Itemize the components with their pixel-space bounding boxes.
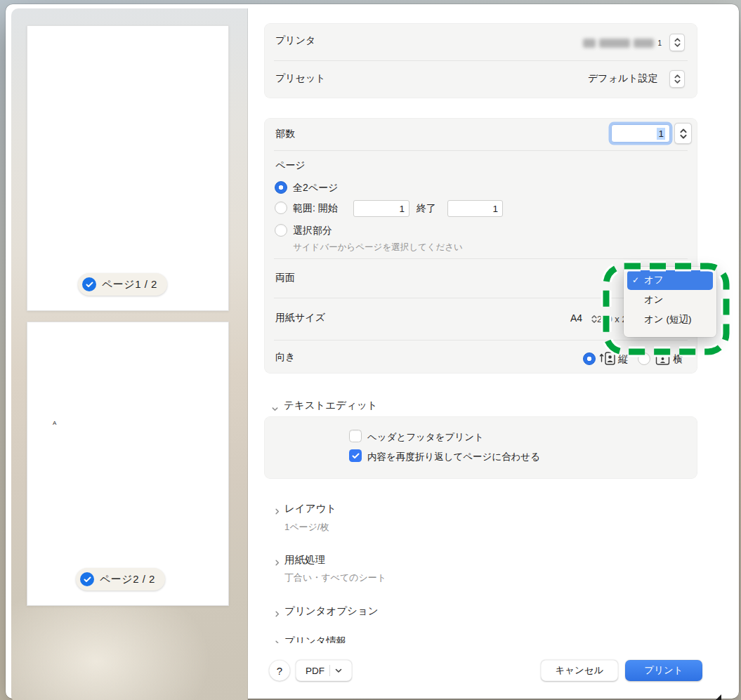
pages-selection-radio[interactable] (275, 224, 287, 237)
chevron-right-icon[interactable] (273, 557, 282, 565)
rewrap-checkbox[interactable] (349, 449, 362, 462)
redacted-segment (634, 39, 655, 48)
checkmark-icon: ✓ (632, 275, 639, 285)
paper-handling-section-title[interactable]: 用紙処理 (284, 553, 325, 567)
page-2-check-icon[interactable] (80, 572, 94, 586)
page-2-badge-label: ページ2 / 2 (100, 573, 155, 586)
pages-range-radio[interactable] (275, 202, 287, 214)
chevron-down-icon[interactable] (271, 403, 280, 411)
textedit-section-title[interactable]: テキストエディット (284, 399, 378, 412)
orientation-label: 向き (275, 351, 295, 364)
print-button[interactable]: プリント (625, 660, 702, 681)
resize-handle[interactable] (713, 694, 721, 700)
landscape-orientation-icon (655, 354, 670, 369)
printer-name-superscript: 1 (657, 39, 662, 47)
copies-input[interactable]: 1 (611, 124, 670, 143)
preview-pane: ページ1 / 2 A ページ2 / 2 (11, 8, 248, 700)
preset-label: プリセット (275, 72, 326, 85)
orientation-portrait-radio[interactable] (583, 352, 596, 365)
range-end-value: 1 (492, 204, 498, 214)
printer-options-section-title[interactable]: プリンタオプション (284, 605, 379, 618)
print-button-label: プリント (644, 664, 683, 677)
cancel-button[interactable]: キャンセル (541, 660, 618, 681)
pages-range-label: 範囲: 開始 (293, 202, 338, 215)
menu-item-on[interactable]: オン (627, 290, 713, 310)
layout-section-title[interactable]: レイアウト (284, 502, 336, 515)
printer-name-redacted[interactable]: 1 (583, 37, 662, 48)
print-dialog: ページ1 / 2 A ページ2 / 2 プリンタ 1 プリセット デフォルト設定… (6, 4, 739, 699)
cancel-button-label: キャンセル (555, 664, 603, 677)
redacted-segment (599, 39, 630, 48)
menu-item-label: オン (短辺) (644, 313, 691, 326)
paper-size-label: 用紙サイズ (275, 312, 325, 324)
menu-item-off[interactable]: ✓ オフ (627, 270, 713, 290)
printer-info-section-title: プリンタ情報 (284, 635, 346, 643)
chevron-down-icon (335, 668, 342, 673)
page-2-document-text: A (53, 420, 56, 426)
menu-item-label: オン (644, 293, 664, 306)
pages-label: ページ (275, 159, 306, 172)
rewrap-checkbox-label: 内容を再度折り返してページに合わせる (367, 451, 540, 463)
separator (274, 60, 688, 61)
pages-all-radio[interactable] (275, 181, 287, 194)
printer-stepper-icon[interactable] (669, 34, 685, 51)
pages-selection-hint: サイドバーからページを選択してください (293, 242, 463, 253)
menu-item-label: オフ (644, 274, 664, 286)
divider (329, 665, 330, 676)
help-button-label: ? (277, 665, 282, 677)
page-1-badge-label: ページ1 / 2 (102, 278, 157, 291)
two-sided-dropdown-menu: ✓ オフ オン オン (短辺) (624, 267, 716, 337)
portrait-orientation-icon (599, 351, 616, 369)
chevron-right-icon[interactable] (273, 608, 282, 616)
layout-section-subtitle: 1ページ/枚 (284, 521, 329, 534)
pdf-button-label: PDF (306, 666, 324, 676)
two-sided-label: 両面 (275, 272, 295, 284)
redacted-segment (583, 39, 596, 48)
orientation-portrait-label: 縦 (618, 353, 628, 366)
header-footer-checkbox[interactable] (349, 430, 362, 442)
copies-label: 部数 (275, 128, 295, 140)
paper-handling-section-subtitle: 丁合い・すべてのシート (284, 572, 386, 584)
pages-all-label: 全2ページ (293, 182, 338, 194)
menu-item-on-short-edge[interactable]: オン (短辺) (627, 310, 713, 329)
copies-value: 1 (657, 128, 665, 140)
range-start-input[interactable]: 1 (353, 200, 409, 217)
preset-stepper-icon[interactable] (669, 70, 685, 88)
textedit-options-card (264, 416, 697, 479)
separator (274, 150, 688, 151)
orientation-landscape-label: 横 (673, 353, 683, 366)
page-1-check-icon[interactable] (82, 277, 96, 291)
help-button[interactable]: ? (269, 660, 290, 681)
pages-range-end-label: 終了 (417, 202, 436, 215)
header-footer-checkbox-label: ヘッダとフッタをプリント (367, 431, 484, 444)
range-start-value: 1 (399, 204, 405, 214)
page-preview-2[interactable] (27, 322, 229, 606)
pages-selection-label: 選択部分 (293, 225, 332, 237)
chevron-right-icon (273, 638, 282, 643)
orientation-landscape-radio[interactable] (638, 352, 650, 365)
page-preview-1[interactable] (27, 25, 229, 311)
printer-label: プリンタ (275, 34, 315, 47)
preset-value[interactable]: デフォルト設定 (588, 72, 658, 85)
separator (274, 340, 688, 341)
pdf-button[interactable]: PDF (296, 660, 352, 681)
copies-stepper-icon[interactable] (674, 123, 692, 144)
separator (274, 258, 688, 259)
chevron-right-icon[interactable] (273, 506, 282, 514)
page-2-badge: ページ2 / 2 (76, 568, 165, 590)
range-end-input[interactable]: 1 (447, 200, 503, 217)
paper-size-value[interactable]: A4 (570, 312, 582, 324)
page-1-badge: ページ1 / 2 (78, 273, 167, 296)
printer-info-section-clipped[interactable]: プリンタ情報 (268, 635, 492, 643)
